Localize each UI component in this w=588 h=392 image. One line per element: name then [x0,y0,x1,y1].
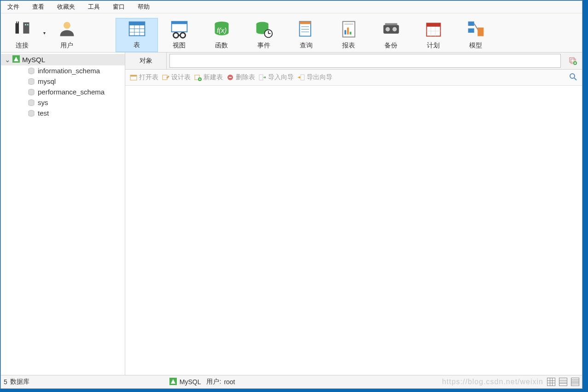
view-list-button[interactable] [559,378,567,386]
svg-rect-31 [347,28,349,35]
expand-icon[interactable]: ⌄ [5,56,10,64]
tree-db-label: information_schema [38,67,100,75]
object-bar: 对象 [125,53,582,70]
toolbar-view[interactable]: 视图 [158,19,200,52]
svg-rect-59 [163,75,167,80]
open-table-icon [130,74,137,81]
database-icon [28,68,35,74]
action-toolbar: 打开表 设计表 新建表 删除表 导入向导 [125,70,582,86]
navicat-icon [12,55,20,64]
toolbar-view-label: 视图 [173,41,186,50]
new-tab-plus-icon [569,57,577,65]
toolbar: 连接 ▾ 用户 表 视图 f(x) 函数 [1,13,582,53]
object-filter-input[interactable] [169,54,561,68]
svg-rect-39 [426,23,440,27]
toolbar-model[interactable]: 模型 [454,19,497,52]
main-panel: 对象 打开表 设计表 新建表 [125,53,582,375]
svg-point-36 [392,27,396,31]
svg-rect-1 [16,22,17,25]
toolbar-user[interactable]: 用户 [46,19,88,52]
tree-connection-mysql[interactable]: ⌄ MySQL [1,54,125,65]
search-icon [569,73,577,81]
action-open-table[interactable]: 打开表 [130,73,158,82]
menu-view[interactable]: 查看 [26,1,51,13]
tree-db-sys[interactable]: sys [1,97,125,108]
plug-icon [12,19,33,40]
svg-rect-37 [385,23,397,25]
toolbar-table[interactable]: 表 [116,18,158,52]
backup-icon [381,19,402,40]
view-detail-button[interactable] [571,378,579,386]
status-connection: MySQL [169,378,201,386]
tree-db-mysql[interactable]: mysql [1,76,125,87]
menu-tools[interactable]: 工具 [82,1,106,13]
object-tab[interactable]: 对象 [125,53,167,69]
toolbar-event-label: 事件 [257,41,270,50]
toolbar-function-label: 函数 [215,41,228,50]
function-icon: f(x) [211,19,232,40]
action-design-table[interactable]: 设计表 [162,73,191,82]
action-export-wizard[interactable]: 导出向导 [297,73,332,82]
action-delete-table[interactable]: 删除表 [227,73,255,82]
view-icon [169,19,190,40]
svg-point-15 [173,33,178,38]
new-table-icon [194,74,202,81]
svg-rect-4 [25,24,26,25]
toolbar-schedule-label: 计划 [427,41,440,50]
design-table-icon [162,74,169,81]
action-import-wizard[interactable]: 导入向导 [259,73,294,82]
toolbar-function[interactable]: f(x) 函数 [200,19,243,52]
new-tab-button[interactable] [564,53,582,69]
toolbar-query-label: 查询 [300,41,313,50]
toolbar-report[interactable]: 报表 [327,19,370,52]
menu-favorites[interactable]: 收藏夹 [51,1,82,13]
export-icon [297,74,305,81]
svg-point-68 [570,74,575,78]
database-icon [28,110,35,117]
svg-rect-3 [23,23,29,34]
menu-window[interactable]: 窗口 [106,1,131,13]
toolbar-table-label: 表 [134,41,140,49]
action-new-table[interactable]: 新建表 [194,73,223,82]
svg-rect-8 [129,22,145,26]
toolbar-schedule[interactable]: 计划 [412,19,454,52]
toolbar-event[interactable]: 事件 [243,19,285,52]
table-icon [127,18,147,39]
toolbar-connect[interactable]: 连接 [1,19,43,52]
view-grid-button[interactable] [547,378,555,386]
connection-tree[interactable]: ⌄ MySQL information_schema mysql perform… [1,53,125,375]
toolbar-backup[interactable]: 备份 [370,19,412,52]
menu-file[interactable]: 文件 [1,1,26,13]
svg-rect-2 [18,22,19,25]
navicat-icon [169,378,177,386]
svg-rect-32 [349,32,351,35]
tree-db-label: performance_schema [38,88,105,96]
status-bar: 5 数据库 MySQL 用户: root https://blog.csdn.n… [1,375,582,388]
database-icon [28,78,35,85]
menu-help[interactable]: 帮助 [131,1,156,13]
tree-db-test[interactable]: test [1,108,125,118]
svg-point-6 [64,22,70,29]
svg-rect-25 [299,22,310,24]
report-icon [338,19,359,40]
import-icon [259,74,266,81]
svg-rect-66 [259,75,263,80]
menu-bar: 文件 查看 收藏夹 工具 窗口 帮助 [1,1,582,13]
tree-db-label: sys [38,99,48,106]
database-icon [28,99,35,106]
tree-db-information-schema[interactable]: information_schema [1,65,125,76]
status-user: 用户: root [206,378,235,386]
tree-connection-label: MySQL [22,56,45,64]
schedule-icon [423,19,444,40]
svg-rect-14 [171,22,187,24]
toolbar-query[interactable]: 查询 [285,19,327,52]
toolbar-backup-label: 备份 [384,41,397,50]
svg-point-16 [180,33,185,38]
search-button[interactable] [569,73,577,82]
svg-rect-67 [301,75,304,80]
content-area [125,86,582,375]
tree-db-label: mysql [38,77,56,85]
tree-db-performance-schema[interactable]: performance_schema [1,87,125,97]
toolbar-report-label: 报表 [342,41,355,50]
toolbar-connect-label: 连接 [16,41,29,50]
